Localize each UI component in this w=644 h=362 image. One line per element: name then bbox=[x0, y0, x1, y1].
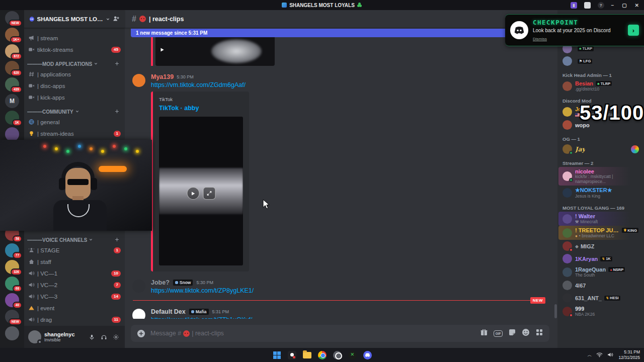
maximize-button[interactable]: ▢ bbox=[622, 3, 626, 8]
channel-item[interactable]: | applications bbox=[24, 68, 125, 80]
gear-icon[interactable] bbox=[111, 332, 121, 342]
play-button[interactable] bbox=[187, 187, 199, 200]
chrome-icon[interactable] bbox=[317, 350, 328, 360]
server-icon[interactable]: 620 bbox=[5, 61, 19, 75]
channel-item[interactable]: | VC—110 bbox=[24, 267, 125, 279]
server-icon[interactable]: 326 bbox=[5, 260, 19, 274]
message-link[interactable]: https://www.tiktok.com/t/ZTh1uQKyf/ bbox=[151, 316, 545, 319]
server-icon[interactable]: 77 bbox=[5, 243, 19, 257]
channel-item[interactable]: | STAGE1 bbox=[24, 244, 125, 256]
message-author[interactable]: Jobe? bbox=[151, 279, 170, 286]
add-channel-button[interactable] bbox=[114, 109, 120, 115]
channel-item[interactable]: | VC—314 bbox=[24, 291, 125, 302]
activity-icon[interactable]: ▮ bbox=[571, 2, 577, 9]
chat-scrollbar-thumb[interactable] bbox=[554, 304, 557, 318]
channel-item[interactable]: | kick-apps bbox=[24, 92, 125, 103]
server-icon[interactable]: 1K bbox=[5, 111, 19, 125]
discord-app-icon[interactable] bbox=[362, 350, 373, 360]
mic-icon[interactable] bbox=[87, 332, 97, 342]
member-item[interactable]: ! Walter⚒Minecraft bbox=[558, 212, 643, 226]
message-author[interactable]: Mya139 bbox=[151, 73, 174, 80]
obs-icon[interactable] bbox=[332, 350, 343, 360]
channel-item[interactable]: | disc-apps bbox=[24, 80, 125, 92]
gift-icon[interactable] bbox=[480, 328, 488, 338]
channel-item[interactable]: | stream bbox=[24, 32, 125, 44]
member-item[interactable]: ★NOKSTER★Jesus is King bbox=[558, 186, 643, 200]
member-item[interactable]: nicoleekick/tv : mskittycatt | namapropi… bbox=[558, 167, 643, 186]
expand-button[interactable] bbox=[203, 187, 215, 200]
help-icon[interactable]: ? bbox=[598, 2, 604, 9]
server-icon[interactable]: NEW bbox=[5, 11, 19, 25]
avatar[interactable] bbox=[132, 280, 145, 293]
server-icon[interactable] bbox=[5, 127, 19, 141]
member-item[interactable]: Besian♣TLRP.gg/district10 bbox=[558, 79, 643, 93]
channel-item[interactable]: | event bbox=[24, 302, 125, 314]
message-author[interactable]: Default Dex bbox=[151, 308, 186, 315]
checkpoint-open-button[interactable]: › bbox=[628, 25, 639, 36]
emoji-icon[interactable] bbox=[522, 328, 530, 338]
gif-icon[interactable]: GIF bbox=[494, 330, 503, 337]
avatar[interactable] bbox=[28, 330, 41, 343]
member-item[interactable]: 999NBA 2K26 bbox=[558, 304, 643, 318]
attach-plus-icon[interactable] bbox=[137, 329, 145, 338]
message-link[interactable]: https://vm.tiktok.com/ZGdm6gAaf/ bbox=[151, 81, 545, 88]
member-name: 999 bbox=[575, 306, 584, 312]
server-icon[interactable]: 68 bbox=[5, 277, 19, 291]
avatar[interactable] bbox=[132, 309, 145, 319]
embed-video-player[interactable] bbox=[159, 117, 243, 265]
add-channel-button[interactable] bbox=[114, 237, 120, 243]
channel-item[interactable]: tiktok-streams45 bbox=[24, 44, 125, 55]
server-icon[interactable]: 40 bbox=[5, 293, 19, 307]
server-icon[interactable] bbox=[5, 326, 19, 340]
member-item[interactable]: ! TREETOP JUNG...♛KING●• breadwinner LLC bbox=[558, 226, 643, 240]
channel-category[interactable]: ———COMMUNITY bbox=[24, 103, 125, 116]
server-icon[interactable]: 1K+ bbox=[5, 28, 19, 42]
clip-video[interactable] bbox=[155, 37, 275, 66]
embed-title-link[interactable]: TikTok · abby bbox=[159, 105, 243, 112]
channel-item[interactable]: | drag11 bbox=[24, 314, 125, 325]
checkpoint-banner[interactable]: CHECKPOINT Look back at your 2025 on Dis… bbox=[505, 14, 644, 46]
channel-category[interactable]: ———MOD APPLICATIONS bbox=[24, 55, 125, 68]
channel-item[interactable]: | staff bbox=[24, 256, 125, 267]
server-header[interactable]: SHANGELS MOST LOYALS bbox=[24, 10, 125, 28]
member-item[interactable]: ◆MIGZ bbox=[558, 240, 643, 252]
apps-icon[interactable] bbox=[535, 328, 543, 338]
start-button[interactable] bbox=[272, 350, 282, 360]
wifi-icon[interactable] bbox=[596, 350, 603, 359]
channel-item[interactable]: | general bbox=[24, 116, 125, 128]
close-button[interactable]: ✕ bbox=[635, 3, 639, 8]
server-icon[interactable]: 439 bbox=[5, 77, 19, 92]
placeholder-text: | react-clips bbox=[192, 330, 224, 337]
minimize-button[interactable]: – bbox=[611, 3, 614, 8]
member-item[interactable]: Jay bbox=[558, 143, 643, 155]
xbox-icon[interactable] bbox=[347, 350, 358, 360]
tray-expand-icon[interactable]: ︿ bbox=[587, 352, 592, 358]
avatar[interactable] bbox=[132, 74, 145, 87]
avatar bbox=[562, 120, 572, 130]
screenshare-icon[interactable] bbox=[584, 2, 591, 9]
file-explorer-icon[interactable] bbox=[302, 350, 312, 360]
add-channel-button[interactable] bbox=[114, 61, 120, 67]
channel-item[interactable]: | stream-ideas1 bbox=[24, 128, 125, 139]
member-item[interactable]: ⚑LFG bbox=[558, 55, 643, 67]
member-item[interactable]: 631_ANT_↯HESI bbox=[558, 292, 643, 304]
channel-item[interactable]: | VC—27 bbox=[24, 279, 125, 291]
message-input[interactable]: Message # | react-clips GIF bbox=[131, 325, 549, 342]
member-item[interactable]: 1KAryan↯1K bbox=[558, 252, 643, 265]
medal-app-icon[interactable] bbox=[287, 350, 297, 360]
sticker-icon[interactable] bbox=[508, 328, 516, 338]
volume-icon[interactable] bbox=[607, 350, 614, 359]
member-item[interactable]: 1RageQuan●NSRPThe South bbox=[558, 265, 643, 279]
taskbar-clock[interactable]: 5:31 PM 12/31/2025 bbox=[618, 349, 640, 360]
server-icon[interactable]: 872 bbox=[5, 44, 19, 58]
dismiss-link[interactable]: Dismiss bbox=[533, 37, 547, 41]
server-icon[interactable]: M bbox=[5, 94, 19, 108]
headphones-icon[interactable] bbox=[99, 332, 109, 342]
message-link[interactable]: https://www.tiktok.com/t/ZP8ygLKE1/ bbox=[151, 287, 545, 294]
channel-name: | stream bbox=[37, 35, 121, 41]
server-icon[interactable]: NEW bbox=[5, 310, 19, 324]
invite-members-icon[interactable] bbox=[113, 15, 120, 23]
unread-banner[interactable]: 1 new message since 5:31 PM Mark As Read bbox=[131, 29, 549, 37]
member-item[interactable]: 4l67 bbox=[558, 279, 643, 292]
channel-category[interactable]: ———VOICE CHANNELS bbox=[24, 231, 125, 244]
